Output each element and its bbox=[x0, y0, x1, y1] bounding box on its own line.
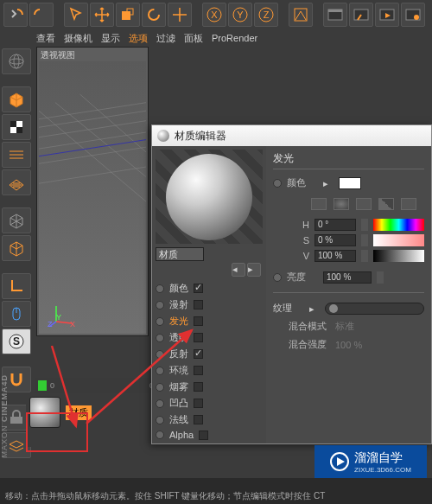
preview-sphere bbox=[166, 154, 252, 240]
render-settings-button[interactable] bbox=[375, 3, 399, 27]
plane-lines-button[interactable] bbox=[2, 142, 31, 168]
cube-orange-wire-button[interactable] bbox=[2, 235, 31, 261]
s-label: S bbox=[273, 235, 309, 246]
cube-wire-button[interactable] bbox=[2, 207, 31, 233]
brightness-radio[interactable] bbox=[273, 273, 282, 282]
h-spinner[interactable] bbox=[361, 219, 368, 231]
play-icon bbox=[330, 452, 349, 471]
texture-expand-icon[interactable]: ▸ bbox=[309, 303, 320, 314]
axis-z-button[interactable]: Z bbox=[254, 3, 278, 27]
dialog-titlebar[interactable]: 材质编辑器 bbox=[152, 125, 431, 146]
menu-view[interactable]: 查看 bbox=[36, 32, 55, 45]
scale-button[interactable] bbox=[116, 3, 140, 27]
channel-diffuse[interactable]: 漫射 bbox=[156, 298, 263, 311]
brightness-input[interactable]: 100 % bbox=[323, 271, 372, 284]
rotate-button[interactable] bbox=[142, 3, 166, 27]
channel-list: 颜色 漫射 发光 透明 反射 环境 烟雾 凹凸 法线 Alpha bbox=[156, 282, 263, 440]
channel-color[interactable]: 颜色 bbox=[156, 282, 263, 295]
axis-x-button[interactable]: X bbox=[202, 3, 226, 27]
svg-point-2 bbox=[149, 10, 159, 20]
branding: MAXON CINEMA4D bbox=[0, 374, 17, 478]
v-input[interactable]: 100 % bbox=[314, 250, 356, 262]
cube-solid-button[interactable] bbox=[2, 86, 31, 112]
mode-1-button[interactable] bbox=[311, 198, 327, 210]
render-queue-button[interactable] bbox=[401, 3, 425, 27]
material-name-input[interactable] bbox=[156, 247, 204, 261]
channel-environment[interactable]: 环境 bbox=[156, 364, 263, 377]
svg-rect-0 bbox=[122, 11, 130, 20]
menu-panel[interactable]: 面板 bbox=[184, 32, 203, 45]
svg-text:Z: Z bbox=[264, 10, 270, 20]
mouse-button[interactable] bbox=[2, 301, 31, 327]
mode-2-button[interactable] bbox=[334, 198, 349, 210]
channel-alpha[interactable]: Alpha bbox=[156, 430, 263, 440]
material-thumbnail[interactable] bbox=[29, 397, 60, 428]
lastused-button[interactable] bbox=[168, 3, 192, 27]
brightness-spinner[interactable] bbox=[377, 271, 384, 284]
globe-icon[interactable] bbox=[2, 48, 31, 74]
mode-5-button[interactable] bbox=[401, 198, 416, 210]
perspective-viewport[interactable]: 透视视图 YXZ bbox=[36, 47, 149, 336]
svg-marker-43 bbox=[337, 457, 345, 466]
preview-right-button[interactable]: ▸ bbox=[247, 263, 261, 277]
axis-y-button[interactable]: Y bbox=[228, 3, 252, 27]
channel-luminance[interactable]: 发光 bbox=[156, 315, 263, 328]
menu-display[interactable]: 显示 bbox=[101, 32, 120, 45]
channel-transparency[interactable]: 透明 bbox=[156, 331, 263, 344]
color-swatch[interactable] bbox=[339, 177, 361, 189]
undo-button[interactable] bbox=[3, 3, 28, 27]
v-spinner[interactable] bbox=[361, 250, 368, 262]
h-slider[interactable] bbox=[373, 219, 424, 231]
render-region-button[interactable] bbox=[349, 3, 373, 27]
h-input[interactable]: 0 ° bbox=[314, 219, 356, 231]
coord-button[interactable] bbox=[289, 3, 313, 27]
menu-filter[interactable]: 过滤 bbox=[156, 32, 175, 45]
svg-point-18 bbox=[10, 59, 23, 64]
viewport-grid[interactable]: YXZ bbox=[39, 61, 146, 334]
preview-left-button[interactable]: ◂ bbox=[232, 263, 245, 277]
render-picture-button[interactable] bbox=[323, 3, 347, 27]
viewport-menubar: 查看 摄像机 显示 选项 过滤 面板 ProRender bbox=[36, 29, 257, 47]
channel-fog[interactable]: 烟雾 bbox=[156, 380, 263, 393]
timeline-marker[interactable] bbox=[38, 380, 47, 391]
s-circle-button[interactable]: S bbox=[2, 329, 31, 354]
material-label[interactable]: 材质 bbox=[66, 405, 92, 420]
select-button[interactable] bbox=[64, 3, 88, 27]
move-button[interactable] bbox=[90, 3, 114, 27]
axis-gizmo: YXZ bbox=[49, 301, 75, 327]
watermark[interactable]: 溜溜自学 ZIXUE.3D66.COM bbox=[314, 445, 427, 478]
s-input[interactable]: 0 % bbox=[314, 234, 356, 246]
svg-line-28 bbox=[39, 111, 146, 127]
v-slider[interactable] bbox=[373, 250, 424, 262]
timeline[interactable]: 0 0 F bbox=[35, 378, 164, 393]
s-spinner[interactable] bbox=[361, 234, 368, 246]
top-toolbar: X Y Z bbox=[0, 0, 432, 29]
svg-line-35 bbox=[80, 94, 146, 152]
color-mode-icons bbox=[311, 198, 424, 210]
svg-rect-21 bbox=[10, 121, 16, 127]
dialog-left-panel: ◂ ▸ 颜色 漫射 发光 透明 反射 环境 烟雾 凹凸 法线 Alpha bbox=[152, 146, 266, 443]
watermark-title: 溜溜自学 bbox=[354, 450, 411, 466]
s-slider[interactable] bbox=[373, 234, 424, 246]
material-preview[interactable] bbox=[156, 150, 263, 244]
floor-grid-button[interactable] bbox=[2, 169, 31, 195]
cube-checker-button[interactable] bbox=[2, 114, 31, 140]
svg-point-16 bbox=[414, 15, 419, 20]
channel-bump[interactable]: 凹凸 bbox=[156, 397, 263, 410]
prop-color-radio[interactable] bbox=[273, 179, 282, 188]
color-expand-icon[interactable]: ▸ bbox=[323, 178, 334, 188]
channel-normal[interactable]: 法线 bbox=[156, 413, 263, 426]
viewport-title: 透视视图 bbox=[41, 49, 75, 61]
texture-slot[interactable] bbox=[325, 303, 424, 315]
channel-reflection[interactable]: 反射 bbox=[156, 348, 263, 360]
redo-button[interactable] bbox=[29, 3, 54, 27]
mode-3-button[interactable] bbox=[356, 198, 372, 210]
timeline-frame: 0 bbox=[50, 381, 54, 390]
menu-prorender[interactable]: ProRender bbox=[212, 33, 257, 43]
menu-camera[interactable]: 摄像机 bbox=[64, 32, 92, 45]
menu-options[interactable]: 选项 bbox=[129, 32, 148, 45]
svg-point-17 bbox=[10, 54, 23, 68]
svg-line-33 bbox=[39, 111, 146, 201]
mode-4-button[interactable] bbox=[378, 198, 394, 210]
l-shape-button[interactable] bbox=[2, 273, 31, 299]
